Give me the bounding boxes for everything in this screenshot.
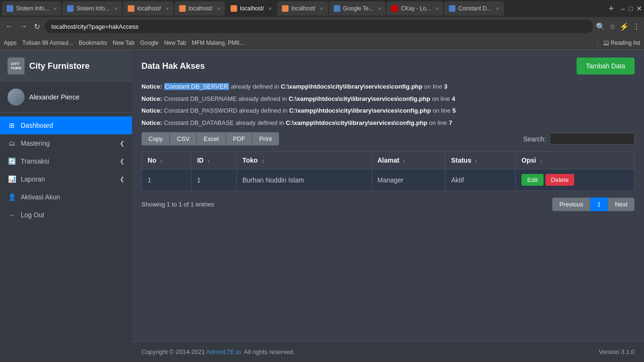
table-row: 11Burhan Nuddin IslamManagerAktifEditDel… [142, 169, 635, 191]
zoom-icon[interactable]: 🔍 [596, 22, 605, 31]
sort-toko-icon[interactable]: ↕ [261, 158, 264, 164]
back-button[interactable]: ← [4, 21, 15, 32]
pagination-area: Showing 1 to 1 of 1 entries Previous 1 N… [141, 197, 635, 211]
col-status: Status ↕ [445, 152, 515, 169]
notice-3: Notice: Constant DB_PASSWORD already def… [141, 106, 635, 115]
forward-button[interactable]: → [18, 21, 29, 32]
reload-button[interactable]: ↻ [32, 21, 42, 32]
address-bar-row: ← → ↻ 🔍 ☆ ⚡ ⋮ [0, 17, 644, 36]
tab-close-0[interactable]: × [54, 6, 57, 11]
tab-close-7[interactable]: × [436, 6, 438, 11]
logout-label: Log Out [21, 211, 124, 219]
nav-arrow-1: ❮ [120, 140, 124, 147]
bookmark-2[interactable]: Bookmarks [79, 40, 107, 46]
print-button[interactable]: Print [252, 132, 279, 146]
bookmark-4[interactable]: Google [140, 40, 158, 46]
nav-label-3: Laporan [21, 175, 115, 183]
tab-label-3: localhost/ [189, 5, 213, 12]
bookmark-5[interactable]: New Tab [164, 40, 186, 46]
tab-4[interactable]: localhost/× [226, 1, 276, 16]
tab-icon-1 [67, 5, 74, 12]
tab-6[interactable]: Google Te...× [329, 1, 386, 16]
tab-3[interactable]: localhost/× [174, 1, 225, 16]
tab-0[interactable]: Sistem Info...× [2, 1, 61, 16]
sort-status-icon[interactable]: ↕ [475, 158, 478, 164]
tab-8[interactable]: Constant D...× [444, 1, 504, 16]
nav-label-1: Mastering [21, 140, 115, 147]
notice-1: Notice: Constant DB_SERVER already defin… [141, 82, 635, 91]
add-data-button[interactable]: Tambah Data [577, 58, 635, 74]
address-input[interactable] [45, 20, 593, 33]
search-input[interactable] [550, 133, 635, 145]
previous-button[interactable]: Previous [552, 197, 590, 211]
bookmark-0[interactable]: Apps [4, 40, 17, 46]
sidebar-item-dashboard[interactable]: ⊞Dashboard [0, 116, 132, 134]
content-header: Data Hak Akses Tambah Data [132, 50, 644, 82]
sidebar-item-aktivasi-akun[interactable]: 👤Aktivasi Akun [0, 188, 132, 206]
tab-label-7: CKay - Lo... [401, 5, 430, 12]
new-tab-button[interactable]: + [605, 4, 618, 14]
user-name: Alexander Pierce [29, 93, 80, 101]
tab-close-3[interactable]: × [217, 6, 220, 11]
star-icon[interactable]: ☆ [609, 22, 616, 31]
brand-icon-text: CITYFURN [11, 62, 21, 70]
tab-label-0: Sistem Info... [16, 5, 49, 12]
excel-button[interactable]: Excel [197, 132, 226, 146]
csv-button[interactable]: CSV [170, 132, 197, 146]
sidebar-item-laporan[interactable]: 📊Laporan❮ [0, 170, 132, 188]
avatar [8, 89, 25, 106]
nav-label-4: Aktivasi Akun [21, 193, 124, 201]
sidebar-item-mastering[interactable]: 🗂Mastering❮ [0, 134, 132, 152]
tab-2[interactable]: localhost/× [123, 1, 173, 16]
sidebar-brand: CITYFURN City Furnistore [0, 50, 132, 82]
tab-bar: Sistem Info...×Sistem Info...×localhost/… [0, 0, 644, 17]
sidebar-item-transaksi[interactable]: 🔄Transaksi❮ [0, 152, 132, 170]
tab-close-2[interactable]: × [166, 6, 169, 11]
tab-label-2: localhost/ [137, 5, 161, 12]
delete-button-0[interactable]: Delete [545, 174, 575, 186]
page-1-button[interactable]: 1 [590, 197, 608, 211]
tab-close-4[interactable]: × [269, 6, 272, 11]
reading-list-button[interactable]: 🕮 Reading list [597, 40, 640, 46]
footer-copyright: Copyright © 2014-2021 AdminLTE.io. All r… [141, 348, 295, 355]
tab-close-1[interactable]: × [115, 6, 117, 11]
brand-icon: CITYFURN [8, 58, 25, 74]
notice-area: Notice: Constant DB_SERVER already defin… [141, 82, 635, 127]
col-id: ID ↕ [191, 152, 236, 169]
nav-icon-2: 🔄 [8, 157, 16, 165]
extension-icon[interactable]: ⚡ [619, 22, 629, 31]
app-layout: CITYFURN City Furnistore Alexander Pierc… [0, 50, 644, 362]
copy-button[interactable]: Copy [141, 132, 170, 146]
nav-label-0: Dashboard [21, 122, 124, 129]
tab-icon-6 [334, 5, 340, 12]
notice-4: Notice: Constant DB_DATABASE already def… [141, 118, 635, 128]
tab-5[interactable]: localhost/× [277, 1, 328, 16]
pdf-button[interactable]: PDF [226, 132, 252, 146]
tab-1[interactable]: Sistem Info...× [62, 1, 122, 16]
nav-icon-4: 👤 [8, 193, 16, 201]
bookmark-6[interactable]: MFM Malang, PM6... [192, 40, 244, 46]
sort-alamat-icon[interactable]: ↕ [403, 158, 406, 164]
sort-id-icon[interactable]: ↕ [207, 158, 210, 164]
edit-button-0[interactable]: Edit [521, 174, 543, 186]
tab-close-6[interactable]: × [378, 6, 381, 11]
next-button[interactable]: Next [608, 197, 635, 211]
tab-7[interactable]: CKay - Lo...× [387, 1, 443, 16]
close-button[interactable]: ✕ [636, 5, 642, 12]
minimize-button[interactable]: – [621, 5, 625, 12]
cell-alamat-0: Manager [372, 169, 445, 191]
nav-menu: ⊞Dashboard🗂Mastering❮🔄Transaksi❮📊Laporan… [0, 113, 132, 362]
logout-button[interactable]: → Log Out [0, 206, 132, 224]
tab-close-8[interactable]: × [496, 6, 499, 11]
nav-icon-3: 📊 [8, 175, 16, 183]
cell-toko-0: Burhan Nuddin Islam [237, 169, 372, 191]
menu-icon[interactable]: ⋮ [633, 22, 640, 31]
bookmark-3[interactable]: New Tab [113, 40, 134, 46]
sort-opsi-icon[interactable]: ↕ [540, 158, 543, 164]
tab-close-5[interactable]: × [320, 6, 323, 11]
footer-link[interactable]: AdminLTE.io. [206, 348, 243, 355]
maximize-button[interactable]: □ [629, 5, 633, 12]
bookmark-1[interactable]: Tulisan 99 Asmaul... [22, 40, 73, 46]
cell-opsi-0: EditDelete [516, 169, 635, 191]
sort-no-icon[interactable]: ↕ [160, 158, 163, 164]
